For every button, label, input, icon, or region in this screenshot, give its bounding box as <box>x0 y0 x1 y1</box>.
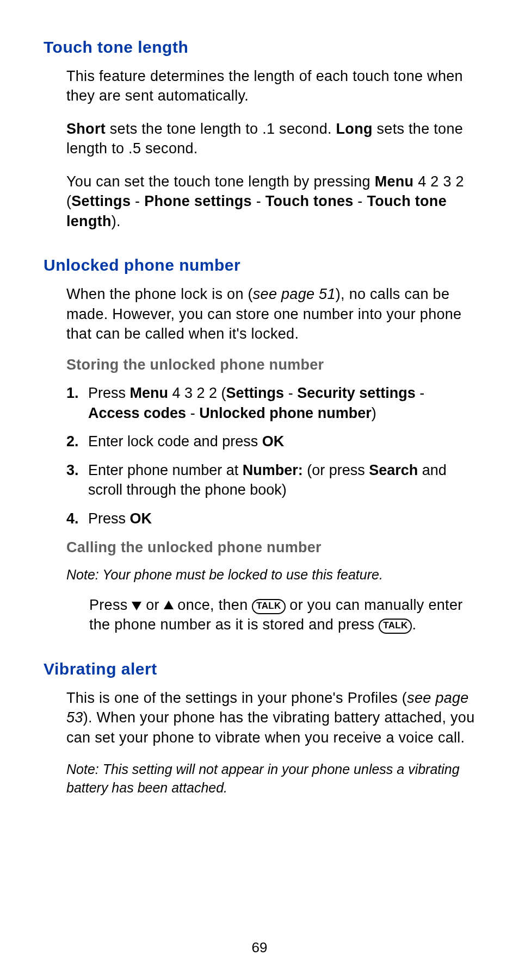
text: When the phone lock is on ( <box>66 286 253 302</box>
paragraph: You can set the touch tone length by pre… <box>66 172 475 231</box>
text-bold: Search <box>369 462 418 478</box>
heading-touch-tone-length: Touch tone length <box>44 38 475 57</box>
text-bold: Unlocked phone number <box>199 405 372 421</box>
subheading-calling: Calling the unlocked phone number <box>66 539 475 556</box>
text-bold: Short <box>66 121 106 137</box>
text: ). When your phone has the vibrating bat… <box>66 709 474 745</box>
text: You can set the touch tone length by pre… <box>66 173 375 190</box>
page-number: 69 <box>0 939 519 956</box>
list-number: 1. <box>66 383 88 423</box>
text-bold: OK <box>262 433 285 450</box>
text-bold: Menu <box>130 385 169 401</box>
paragraph: When the phone lock is on (see page 51),… <box>66 284 475 344</box>
list-text: Press OK <box>88 509 475 528</box>
text: - <box>186 405 199 421</box>
talk-key-icon: TALK <box>379 619 412 634</box>
text-bold: Touch tones <box>265 193 354 209</box>
paragraph: Press or once, then TALK or you can manu… <box>89 595 475 635</box>
heading-unlocked-phone-number: Unlocked phone number <box>44 256 475 274</box>
paragraph: This feature determines the length of ea… <box>66 66 475 106</box>
list-number: 3. <box>66 460 88 500</box>
text: (or press <box>303 462 369 478</box>
text-bold: Security settings <box>297 385 416 401</box>
text: Press <box>89 597 132 613</box>
list-text: Press Menu 4 3 2 2 (Settings - Security … <box>88 383 475 423</box>
text: - <box>354 193 367 209</box>
text-bold: Long <box>336 121 373 137</box>
heading-vibrating-alert: Vibrating alert <box>44 660 475 678</box>
text: Enter phone number at <box>88 462 243 478</box>
text: - <box>252 193 265 209</box>
text: - <box>131 193 144 209</box>
text: Press <box>88 510 130 527</box>
list-item: 4. Press OK <box>66 509 475 528</box>
text-bold: Phone settings <box>144 193 252 209</box>
text: - <box>416 385 425 401</box>
text-bold: Settings <box>226 385 285 401</box>
text: ) <box>372 405 376 421</box>
paragraph: Short sets the tone length to .1 second.… <box>66 119 475 159</box>
list-number: 4. <box>66 509 88 528</box>
text: once, then <box>174 597 252 613</box>
paragraph: This is one of the settings in your phon… <box>66 688 475 747</box>
down-triangle-icon <box>132 602 141 610</box>
text-bold: Menu <box>375 173 414 190</box>
list-text: Enter lock code and press OK <box>88 432 475 451</box>
list-text: Enter phone number at Number: (or press … <box>88 460 475 500</box>
text: Enter lock code and press <box>88 433 262 450</box>
up-triangle-icon <box>164 601 174 609</box>
text: This is one of the settings in your phon… <box>66 690 407 706</box>
text: ). <box>112 213 121 229</box>
numbered-list: 1. Press Menu 4 3 2 2 (Settings - Securi… <box>66 383 475 528</box>
text-bold: Settings <box>71 193 131 209</box>
subheading-storing: Storing the unlocked phone number <box>66 357 475 373</box>
note-text: Note: Your phone must be locked to use t… <box>66 566 475 584</box>
list-number: 2. <box>66 432 88 451</box>
text-bold: Access codes <box>88 405 186 421</box>
list-item: 3. Enter phone number at Number: (or pre… <box>66 460 475 500</box>
text-italic: see page 51 <box>253 286 336 302</box>
note-text: Note: This setting will not appear in yo… <box>66 760 475 797</box>
text-bold: Number: <box>243 462 303 478</box>
talk-key-icon: TALK <box>252 599 285 614</box>
list-item: 2. Enter lock code and press OK <box>66 432 475 451</box>
text-bold: OK <box>130 510 152 527</box>
text: 4 3 2 2 ( <box>168 385 226 401</box>
text: or <box>141 597 163 613</box>
text: sets the tone length to .1 second. <box>106 121 336 137</box>
text: Press <box>88 385 130 401</box>
text: . <box>412 616 416 633</box>
list-item: 1. Press Menu 4 3 2 2 (Settings - Securi… <box>66 383 475 423</box>
text: - <box>284 385 297 401</box>
